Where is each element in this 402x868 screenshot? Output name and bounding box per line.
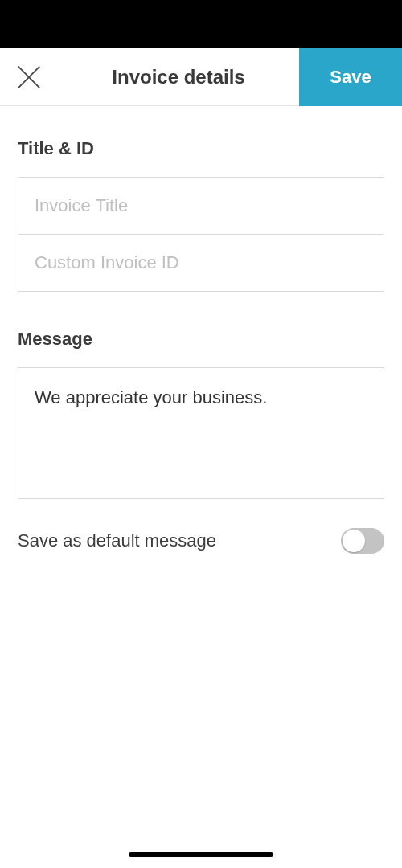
content-area: Title & ID Message Save as default messa… [0, 106, 402, 554]
close-icon [14, 62, 44, 92]
title-id-input-group [18, 177, 384, 292]
header: Invoice details Save [0, 48, 402, 106]
title-id-section-label: Title & ID [18, 138, 384, 159]
invoice-title-input[interactable] [18, 178, 384, 234]
message-section-label: Message [18, 329, 384, 350]
close-button[interactable] [0, 48, 58, 106]
home-indicator [129, 852, 273, 857]
default-message-toggle-row: Save as default message [18, 528, 384, 554]
save-button-label: Save [330, 67, 371, 88]
toggle-knob [343, 530, 365, 552]
message-textarea[interactable] [18, 367, 384, 499]
page-title: Invoice details [58, 66, 299, 88]
custom-invoice-id-input[interactable] [18, 235, 384, 291]
default-message-toggle-label: Save as default message [18, 530, 216, 551]
status-bar [0, 0, 402, 48]
save-button[interactable]: Save [299, 48, 402, 106]
default-message-toggle[interactable] [341, 528, 384, 554]
